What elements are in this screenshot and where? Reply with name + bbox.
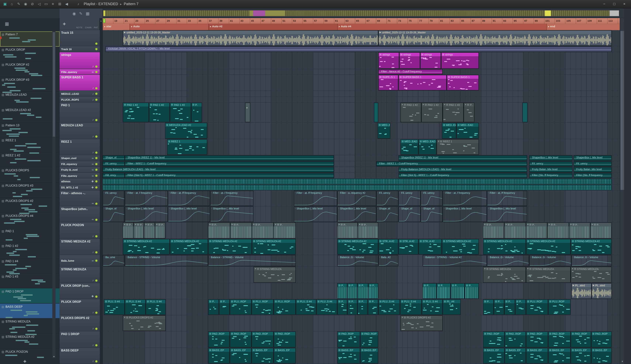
clip-meduza-lead-2[interactable]: ▤MEDUZA LEAD #2	[165, 122, 207, 139]
marker-auto-2[interactable]: ▸Auto #2	[209, 24, 337, 30]
clip-strings[interactable]: ▤strings	[378, 52, 399, 69]
track-header-pad-1-drop[interactable]: PAD 1 DROP♪	[60, 331, 100, 348]
track-header-pluck-rops[interactable]: PLUCK..ROPS♪	[60, 97, 100, 103]
clip-p[interactable]: ×▤P..	[547, 222, 569, 238]
clip-p[interactable]: ▤P..	[437, 283, 451, 299]
clip-shaperbox-mix-level[interactable]: ◦ShaperBox (..Mix level	[443, 206, 487, 222]
clip-strings[interactable]: ▤strings	[399, 52, 420, 69]
clip-med-ead[interactable]: ▤MED..EAD	[418, 139, 436, 155]
clip-fil-uency[interactable]: ◦Fil..uency	[420, 191, 443, 206]
clip-super-bass-1[interactable]: ▤SUPER BASS 1	[398, 75, 447, 90]
clip-pad-rop[interactable]: ▤PAD..ROP	[274, 331, 296, 348]
clip-plu-s-4[interactable]: ▤PLU..S #4	[146, 299, 166, 315]
pattern-item-pad-1-drop[interactable]: ▤PAD 1 DROP	[0, 288, 60, 304]
track-mute-led[interactable]	[95, 93, 98, 95]
clip-shape-el[interactable]: ◦Shape..el	[376, 206, 398, 222]
clip-shape-el[interactable]: ◦Shape..el	[398, 206, 420, 222]
clip-p[interactable]: ▤P..	[422, 283, 436, 299]
track-mute-led[interactable]	[95, 169, 98, 171]
clip-shaperbox-mix-level[interactable]: ◦ShaperBox (..Mix level	[168, 206, 210, 222]
clip-plu-rop[interactable]: ▤PLU..ROP	[274, 299, 296, 315]
clip-pad-1-2[interactable]: ▤PAD 1 #2	[170, 102, 191, 122]
track-header-pluck-drop-con[interactable]: PLUCK DROP (con..✚	[60, 283, 100, 299]
track-header-reez-1[interactable]: REEZ 1♪	[60, 139, 100, 155]
clip-shaperbox-reez-1-mix-level[interactable]: ◦ShaperBox (REEZ 1) - Mix level	[398, 155, 527, 161]
clip-plu-s-4[interactable]: ▤PLU..S #4	[296, 299, 316, 315]
clip-plucks-drops-2[interactable]: ×▤PLUCKS DROPS #2	[123, 315, 166, 331]
clip-p[interactable]: ×▤P..	[483, 222, 504, 238]
clip-p[interactable]: ▤P..	[347, 283, 357, 299]
clip-plu-s-4[interactable]: ▤PLU..S #4	[125, 299, 146, 315]
clip-p[interactable]: ▤P..	[219, 299, 230, 315]
speaker-mute-icon[interactable]: ◁	[36, 1, 43, 7]
clip-balance-g-volume[interactable]: ◦Balance..G - Volume	[337, 255, 378, 266]
ruler-markers[interactable]: ▸star▸Auto▸Auto #2▸Auto #4▸end	[103, 24, 620, 30]
clip-p[interactable]: ▤P..	[451, 283, 465, 299]
clip-filt-ency[interactable]: ◦Filt..ency	[103, 173, 125, 178]
clip-ba-ume[interactable]: ◦Ba..ume	[103, 255, 125, 266]
clip-med-ead[interactable]: ▤MED..EAD	[377, 122, 390, 139]
clip-pad-rop[interactable]: ▤PAD..ROP	[337, 331, 360, 348]
track-mute-led[interactable]	[95, 186, 98, 188]
pattern-item-bass-deep[interactable]: ▤BASS DEEP	[0, 304, 60, 319]
clip-plucks-drops-2[interactable]: ×▤PLUCKS DROPS #2	[400, 315, 443, 331]
clip-filter-at-f-frequency[interactable]: ◦Filter - at..f frequency	[210, 191, 254, 206]
clip-filter-nexus-2-cutoff-frequency[interactable]: ◦Filter - Nexus #2 - Cutoff frequency	[378, 69, 443, 74]
track-mute-led[interactable]	[95, 180, 98, 182]
clip-bass-ep[interactable]: ▤BASS..EP	[252, 348, 274, 364]
track-mute-led[interactable]	[95, 260, 98, 262]
clip-pad-rop[interactable]: ▤PAD..ROP	[505, 331, 526, 348]
clip-kickstart-main-vocal-2-pitch-down-mix-level[interactable]: ◦Kickstart (MAIN VOCAL 2 PITCH DOWN ) - …	[105, 46, 612, 52]
clip-string-meduza-2[interactable]: ▤STRING MEDUZA #2	[208, 239, 252, 255]
clip-pad-rop[interactable]: ▤PAD..ROP	[526, 331, 548, 348]
clip-plu-s-4[interactable]: ▤PLU..S #4	[378, 299, 400, 315]
clip-p[interactable]: ▤P..	[208, 299, 219, 315]
marker-end[interactable]: ▸end	[546, 24, 620, 30]
typing-icon[interactable]: ≡	[50, 1, 56, 7]
timeline-ruler[interactable]: 1921232527293133353739414345474951535557…	[103, 18, 620, 30]
track-header-meduza-lead[interactable]: MEDUZA LEAD♪	[60, 122, 100, 139]
track-header-shaper-evel[interactable]: Shaper..evel∞	[60, 155, 100, 161]
tools-icon[interactable]: ✎	[15, 1, 22, 7]
track-header-meduz-lead[interactable]: MEDUZ..LEAD♪	[60, 91, 100, 97]
clip-p[interactable]: ×▤P..	[590, 222, 612, 238]
overview-thumb[interactable]	[104, 10, 619, 16]
clip-dense[interactable]	[103, 184, 612, 190]
clip-string-meduza[interactable]: ×▤STRING MEDUZA	[526, 267, 571, 283]
clip-pad-1-2[interactable]: ×▤PAD 1 #2	[421, 102, 443, 122]
marker-star[interactable]: ▸star	[103, 24, 130, 30]
clip-string-meduza-2[interactable]: ▤STRING MEDUZA #2	[571, 239, 612, 255]
clip-bass-ep[interactable]: ▤BASS..EP	[526, 348, 548, 364]
clip-supe-s-1[interactable]: ▤SUPE..S 1	[378, 75, 398, 90]
clip-balance-string-volume[interactable]: ◦Balance - STRING - Volume	[208, 255, 296, 266]
clip-pl-4[interactable]: ▤PL..#4	[443, 299, 461, 315]
playlist-grid[interactable]: ▶untitled_2025-12-11 13-20-26_Master▶unt…	[103, 30, 620, 364]
add-pattern-button[interactable]: ✚	[24, 360, 26, 364]
scroll-down-icon[interactable]: ▾	[53, 355, 56, 358]
clip-bass-ep[interactable]: ▤BASS..EP	[483, 348, 505, 364]
clip-p[interactable]: ▤P..	[515, 299, 526, 315]
track-mute-led[interactable]	[95, 163, 98, 165]
clip-balance-string-volume[interactable]: ◦Balance - STRING - Volume	[125, 255, 208, 266]
track-header-bass-deep[interactable]: BASS DEEP♪	[60, 348, 100, 364]
clip-plu-rop[interactable]: ▤PLU..ROP	[548, 299, 571, 315]
disable-icon[interactable]: ⊘	[29, 1, 36, 7]
clip-med-ead[interactable]: ▤MED..EAD	[442, 122, 456, 139]
clip-p[interactable]: ×▤P..	[230, 222, 252, 238]
clip-p[interactable]: ▤P..	[191, 102, 202, 122]
clip-p[interactable]: ×▤P..	[208, 222, 230, 238]
clip-pad-1-2[interactable]: ×▤PAD 1 #2	[400, 102, 421, 122]
pattern-item-plucks-drops[interactable]: ▤PLUCKS DROPS	[0, 168, 60, 182]
clip-pad-1-2[interactable]: ×▤PAD 1 #2	[443, 102, 463, 122]
clip-plu-s-4[interactable]: ▤PLU..S #4	[316, 299, 337, 315]
clip-bass-ep[interactable]: ▤BASS..EP	[591, 348, 612, 364]
playhead-marker[interactable]	[103, 18, 105, 23]
clip-bass-ep[interactable]: ▤BASS..EP	[505, 348, 526, 364]
clip-string-meduza-2[interactable]: ▤STRING MEDUZA #2	[337, 239, 378, 255]
track-header-filter-athmos[interactable]: Filter - athmos -..∞	[60, 191, 100, 206]
pattern-item-plucks-drops-3[interactable]: ▤PLUCKS DROPS #3	[0, 182, 60, 198]
clip-pad-rop[interactable]: ▤PAD..ROP	[571, 331, 591, 348]
clip-string-meduza-2[interactable]: ▤STRING MEDUZA #2	[526, 239, 571, 255]
track-mute-led[interactable]	[95, 251, 98, 253]
track-header-bala-lume[interactable]: Bala..lume∞	[60, 255, 100, 267]
